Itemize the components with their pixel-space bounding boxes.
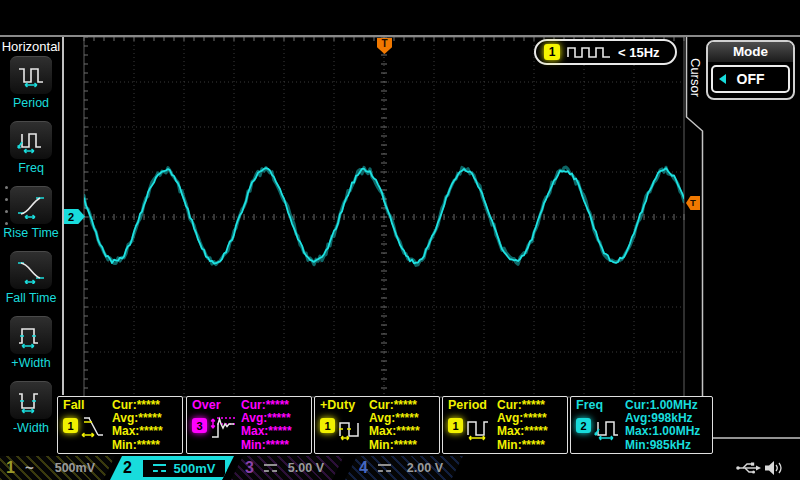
counter-source-badge: 1 bbox=[544, 44, 560, 60]
sidebar-item-minus-width[interactable]: -Width bbox=[0, 381, 62, 435]
channel-scale: 2.00 V bbox=[407, 461, 443, 475]
mode-value: OFF bbox=[737, 71, 765, 87]
channel-scale: 500mV bbox=[55, 461, 95, 475]
sidebar-title: Horizontal bbox=[0, 39, 62, 54]
period-icon bbox=[16, 63, 46, 89]
sidebar-item-freq[interactable]: Freq bbox=[0, 121, 62, 175]
channel-3-status[interactable]: 3 5.00 V bbox=[231, 456, 344, 480]
mode-off-button[interactable]: OFF bbox=[711, 65, 790, 93]
menu-tab-cursor: Cursor bbox=[687, 58, 703, 142]
frequency-counter-badge: 1 < 15Hz bbox=[534, 39, 677, 65]
overshoot-icon bbox=[207, 411, 241, 441]
chevron-left-icon bbox=[719, 74, 726, 84]
mode-title: Mode bbox=[708, 42, 793, 62]
channel-number: 2 bbox=[123, 459, 132, 477]
measurement-panel-period[interactable]: Period 1 Cur:***** Avg:***** Max:***** M… bbox=[442, 396, 568, 454]
channel-1-status[interactable]: 1 ~ 500mV bbox=[0, 456, 115, 480]
channel-scale: 5.00 V bbox=[288, 461, 324, 475]
sidebar-separator bbox=[62, 36, 64, 395]
minus-width-button[interactable] bbox=[10, 381, 52, 419]
square-wave-icon bbox=[567, 45, 611, 59]
menu-scroll-dot bbox=[5, 222, 8, 225]
speaker-icon bbox=[763, 459, 783, 477]
sidebar-item-fall-time[interactable]: Fall Time bbox=[0, 251, 62, 305]
channel-2-scale-box: 500mV bbox=[141, 458, 227, 479]
measurement-panel-freq[interactable]: Freq 2 Cur:1.00MHz Avg:998kHz Max:1.00MH… bbox=[570, 396, 713, 454]
measurement-panel-over[interactable]: Over 3 Cur:***** Avg:***** Max:***** Min… bbox=[186, 396, 312, 454]
usb-icon bbox=[735, 460, 761, 476]
freq-button[interactable] bbox=[10, 121, 52, 159]
plus-width-button[interactable] bbox=[10, 316, 52, 354]
freq-icon bbox=[16, 128, 46, 154]
rise-time-button[interactable] bbox=[10, 186, 52, 224]
topbar-separator bbox=[0, 35, 800, 37]
counter-value: < 15Hz bbox=[618, 45, 660, 60]
channel-number: 1 bbox=[6, 459, 15, 477]
source-badge: 1 bbox=[320, 418, 335, 433]
measurement-panel-fall[interactable]: Fall 1 Cur:***** Avg:***** Max:***** Min… bbox=[57, 396, 183, 454]
measurement-panel-plus-duty[interactable]: +Duty 1 Cur:***** Avg:***** Max:***** Mi… bbox=[314, 396, 440, 454]
top-status-bar bbox=[0, 0, 800, 35]
plus-width-icon bbox=[16, 323, 46, 349]
dc-coupling-icon bbox=[264, 464, 277, 472]
menu-scroll-dot bbox=[5, 210, 8, 213]
dc-coupling-icon bbox=[378, 464, 391, 472]
channel-number: 3 bbox=[245, 459, 254, 477]
freq-icon bbox=[591, 411, 625, 441]
menu-scroll-dot bbox=[5, 198, 8, 201]
plus-duty-icon bbox=[335, 411, 369, 441]
channel-scale: 500mV bbox=[174, 461, 216, 476]
dc-coupling-icon bbox=[153, 464, 166, 472]
channel-number: 4 bbox=[359, 459, 368, 477]
sidebar-item-period[interactable]: Period bbox=[0, 56, 62, 110]
oscilloscope-screen: RIGOL STOP H 500ns 1.00GSa/s 24.0M pts T… bbox=[0, 0, 800, 480]
fall-time-icon bbox=[16, 258, 46, 284]
period-button[interactable] bbox=[10, 56, 52, 94]
cursor-mode-panel: Mode OFF bbox=[706, 40, 795, 100]
sidebar-item-plus-width[interactable]: +Width bbox=[0, 316, 62, 370]
fall-icon bbox=[78, 411, 112, 441]
source-badge: 1 bbox=[448, 418, 463, 433]
fall-time-button[interactable] bbox=[10, 251, 52, 289]
sidebar-item-rise-time[interactable]: Rise Time bbox=[0, 186, 62, 240]
ac-coupling-icon: ~ bbox=[25, 463, 34, 473]
rise-time-icon bbox=[16, 193, 46, 219]
channel-2-status[interactable]: 2 500mV bbox=[110, 456, 234, 480]
period-icon bbox=[463, 411, 497, 441]
source-badge: 2 bbox=[576, 418, 591, 433]
source-badge: 1 bbox=[63, 418, 78, 433]
minus-width-icon bbox=[16, 388, 46, 414]
channel-status-bar: 1 ~ 500mV 2 500mV 3 5.00 V 4 2.00 V bbox=[0, 456, 800, 480]
source-badge: 3 bbox=[192, 418, 207, 433]
channel-4-status[interactable]: 4 2.00 V bbox=[345, 456, 463, 480]
menu-scroll-dot bbox=[5, 186, 8, 189]
